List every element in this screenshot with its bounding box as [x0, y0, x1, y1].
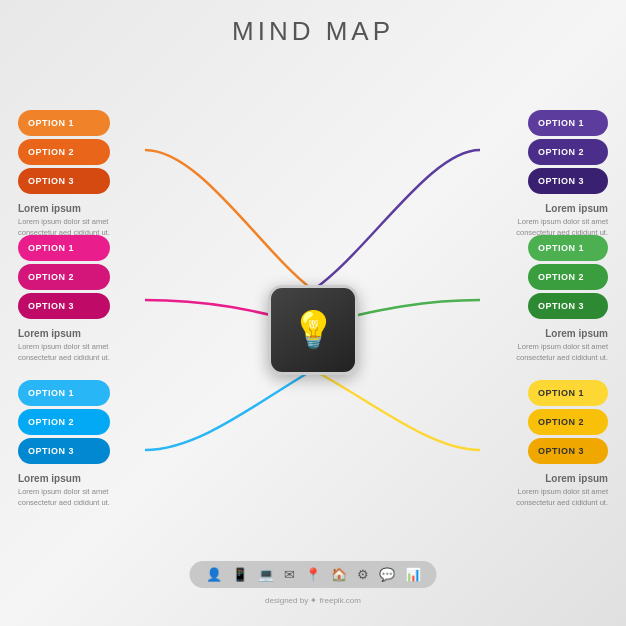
- option-pill: OPTION 3: [528, 293, 608, 319]
- group-bot-right: OPTION 1 OPTION 2 OPTION 3 Lorem ipsum L…: [516, 380, 608, 508]
- person-icon: 👤: [206, 567, 222, 582]
- option-pill: OPTION 2: [528, 139, 608, 165]
- option-pill: OPTION 1: [528, 380, 608, 406]
- option-pill: OPTION 2: [18, 139, 110, 165]
- option-pill: OPTION 1: [18, 380, 110, 406]
- lorem-text-top-right: Lorem ipsum Lorem ipsum dolor sit ametco…: [516, 202, 608, 238]
- bulb-icon: 💡: [291, 312, 336, 348]
- option-pill: OPTION 2: [528, 264, 608, 290]
- option-pill: OPTION 3: [18, 438, 110, 464]
- watermark: designed by ✦ freepik.com: [265, 596, 361, 605]
- option-pill: OPTION 1: [528, 235, 608, 261]
- option-pill: OPTION 1: [18, 110, 110, 136]
- gear-icon: ⚙: [357, 567, 369, 582]
- email-icon: ✉: [284, 567, 295, 582]
- group-top-left: OPTION 1 OPTION 2 OPTION 3 Lorem ipsum L…: [18, 110, 110, 238]
- lorem-text-bot-left: Lorem ipsum Lorem ipsum dolor sit ametco…: [18, 472, 110, 508]
- lorem-text-bot-right: Lorem ipsum Lorem ipsum dolor sit ametco…: [516, 472, 608, 508]
- lorem-text-mid-right: Lorem ipsum Lorem ipsum dolor sit ametco…: [516, 327, 608, 363]
- center-node: 💡: [268, 285, 358, 375]
- option-pill: OPTION 2: [528, 409, 608, 435]
- option-pill: OPTION 1: [18, 235, 110, 261]
- lorem-text-mid-left: Lorem ipsum Lorem ipsum dolor sit ametco…: [18, 327, 110, 363]
- chat-icon: 💬: [379, 567, 395, 582]
- option-pill: OPTION 3: [528, 168, 608, 194]
- option-pill: OPTION 2: [18, 264, 110, 290]
- option-pill: OPTION 3: [18, 168, 110, 194]
- option-pill: OPTION 3: [18, 293, 110, 319]
- option-pill: OPTION 2: [18, 409, 110, 435]
- group-mid-left: OPTION 1 OPTION 2 OPTION 3 Lorem ipsum L…: [18, 235, 110, 363]
- option-pill: OPTION 1: [528, 110, 608, 136]
- mobile-icon: 📱: [232, 567, 248, 582]
- laptop-icon: 💻: [258, 567, 274, 582]
- group-top-right: OPTION 1 OPTION 2 OPTION 3 Lorem ipsum L…: [516, 110, 608, 238]
- chart-icon: 📊: [405, 567, 421, 582]
- home-icon: 🏠: [331, 567, 347, 582]
- location-icon: 📍: [305, 567, 321, 582]
- option-pill: OPTION 3: [528, 438, 608, 464]
- group-bot-left: OPTION 1 OPTION 2 OPTION 3 Lorem ipsum L…: [18, 380, 110, 508]
- page-title: MIND MAP: [0, 0, 626, 47]
- icons-bar: 👤 📱 💻 ✉ 📍 🏠 ⚙ 💬 📊: [190, 561, 437, 588]
- lorem-text-top-left: Lorem ipsum Lorem ipsum dolor sit ametco…: [18, 202, 110, 238]
- mind-map-container: 💡 OPTION 1 OPTION 2 OPTION 3 Lorem ipsum…: [0, 50, 626, 610]
- group-mid-right: OPTION 1 OPTION 2 OPTION 3 Lorem ipsum L…: [516, 235, 608, 363]
